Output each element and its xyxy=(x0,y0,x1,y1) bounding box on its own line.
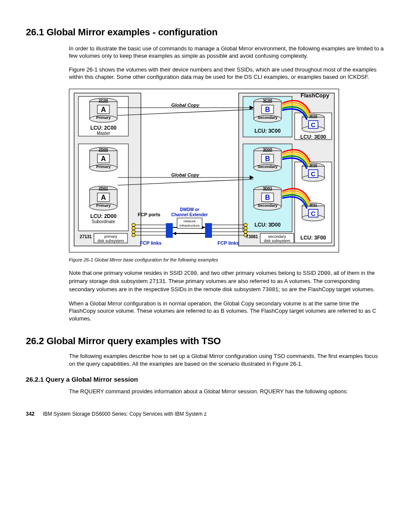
section-heading-26-1: 26.1 Global Mirror examples - configurat… xyxy=(26,26,385,39)
para: When a Global Mirror configuration is in… xyxy=(26,300,385,323)
page-footer: 342 IBM System Storage DS6000 Series: Co… xyxy=(26,411,385,417)
svg-text:Primary: Primary xyxy=(96,115,111,120)
svg-rect-86 xyxy=(166,223,173,238)
svg-point-98 xyxy=(132,230,135,233)
book-title: IBM System Storage DS6000 Series: Copy S… xyxy=(43,411,206,417)
svg-text:DWDM or: DWDM or xyxy=(180,207,199,212)
svg-text:27131: 27131 xyxy=(80,234,92,239)
svg-rect-87 xyxy=(205,223,212,238)
svg-text:3E00: 3E00 xyxy=(309,114,318,118)
section-heading-26-2: 26.2 Global Mirror query examples with T… xyxy=(26,335,385,348)
svg-text:Channel Extender: Channel Extender xyxy=(171,212,208,217)
para: Figure 26-1 shows the volumes with their… xyxy=(26,66,385,81)
svg-text:73081: 73081 xyxy=(246,234,258,239)
svg-point-96 xyxy=(132,223,135,227)
svg-text:2D00: 2D00 xyxy=(99,147,108,152)
svg-point-97 xyxy=(132,227,135,230)
svg-text:Subordinate: Subordinate xyxy=(92,219,115,224)
svg-text:B: B xyxy=(265,106,270,113)
svg-text:B: B xyxy=(265,155,270,162)
page-number: 342 xyxy=(26,411,34,417)
svg-text:FlashCopy: FlashCopy xyxy=(301,92,330,99)
svg-point-101 xyxy=(244,227,247,230)
svg-point-102 xyxy=(244,230,247,233)
svg-text:secondary: secondary xyxy=(268,234,286,239)
svg-text:network: network xyxy=(184,219,196,223)
svg-text:C: C xyxy=(311,170,316,177)
svg-text:FCP links: FCP links xyxy=(140,240,162,246)
para: The following examples describe how to s… xyxy=(26,352,385,367)
svg-text:Global Copy: Global Copy xyxy=(171,172,200,177)
svg-text:infrastructure: infrastructure xyxy=(180,224,200,227)
para: In order to illustrate the basic use of … xyxy=(26,45,385,60)
svg-text:Secondary: Secondary xyxy=(258,203,277,208)
svg-text:B: B xyxy=(265,194,270,201)
svg-text:disk subsystem: disk subsystem xyxy=(264,239,290,243)
svg-text:2D01: 2D01 xyxy=(99,186,108,190)
svg-text:A: A xyxy=(101,155,106,162)
svg-text:FCP ports: FCP ports xyxy=(138,212,160,217)
svg-text:LCU: 3E00: LCU: 3E00 xyxy=(300,134,326,140)
svg-text:2C00: 2C00 xyxy=(99,98,108,103)
svg-text:3F00: 3F00 xyxy=(309,163,318,167)
svg-text:A: A xyxy=(101,194,106,201)
svg-text:C: C xyxy=(311,121,316,128)
svg-text:LCU: 3D00: LCU: 3D00 xyxy=(255,222,281,228)
svg-text:A: A xyxy=(101,106,106,113)
figure-caption: Figure 26-1 Global Mirror base configura… xyxy=(69,257,385,263)
svg-text:LCU: 3C00: LCU: 3C00 xyxy=(255,128,281,134)
svg-text:Primary: Primary xyxy=(96,165,111,169)
svg-text:C: C xyxy=(311,210,316,217)
svg-text:LCU: 2D00: LCU: 2D00 xyxy=(90,213,117,219)
svg-text:Secondary: Secondary xyxy=(258,165,277,169)
svg-text:3F01: 3F01 xyxy=(309,203,318,207)
svg-text:LCU: 3F00: LCU: 3F00 xyxy=(300,235,326,241)
svg-point-100 xyxy=(244,223,247,227)
svg-text:FCP links: FCP links xyxy=(218,240,239,246)
svg-text:Global Copy: Global Copy xyxy=(171,103,200,108)
svg-point-99 xyxy=(132,233,135,237)
figure-26-1: A Primary 2C00 A Primary 2D00 A Primary … xyxy=(69,89,385,255)
svg-text:Primary: Primary xyxy=(96,203,111,208)
para: The RQUERY command provides information … xyxy=(26,388,385,395)
subsection-heading-26-2-1: 26.2.1 Query a Global Mirror session xyxy=(26,375,385,384)
svg-text:3D00: 3D00 xyxy=(263,147,272,152)
svg-text:primary: primary xyxy=(104,234,118,239)
svg-text:3C00: 3C00 xyxy=(263,98,272,103)
svg-text:3D01: 3D01 xyxy=(263,186,272,190)
para: Note that one primary volume resides in … xyxy=(26,269,385,294)
svg-text:Secondary: Secondary xyxy=(258,115,277,120)
svg-text:LCU: 2C00: LCU: 2C00 xyxy=(90,125,117,131)
svg-text:disk subsystem: disk subsystem xyxy=(97,239,124,243)
svg-text:Master: Master xyxy=(97,131,110,136)
